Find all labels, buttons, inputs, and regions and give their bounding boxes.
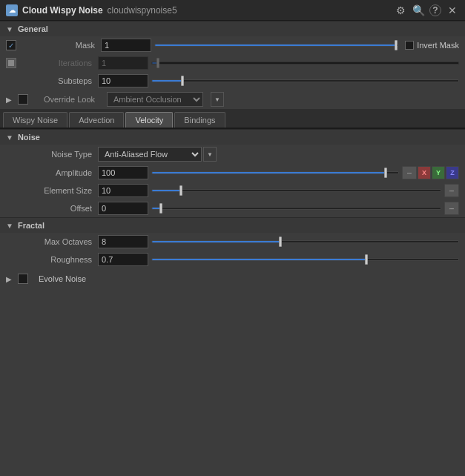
substeps-slider-fill <box>152 80 182 82</box>
mask-slider-thumb[interactable] <box>395 40 398 50</box>
iterations-slider-track <box>151 62 459 65</box>
evolve-noise-checkbox[interactable] <box>18 274 28 284</box>
app-title: Cloud Wispy Noise <box>22 5 103 16</box>
evolve-noise-label: Evolve Noise <box>39 274 86 283</box>
tab-bindings[interactable]: Bindings <box>174 112 225 128</box>
max-octaves-slider-fill <box>152 241 280 242</box>
general-arrow: ▼ <box>6 25 13 33</box>
iterations-row: Iterations <box>0 54 465 72</box>
mask-input[interactable] <box>101 39 151 52</box>
element-size-dots-btn[interactable]: ··· <box>444 184 459 197</box>
offset-slider-track <box>151 207 441 210</box>
mask-row: Mask Invert Mask <box>0 36 465 54</box>
override-look-checkbox[interactable] <box>18 94 28 105</box>
element-size-label: Element Size <box>19 186 98 195</box>
roughness-slider-thumb[interactable] <box>365 254 368 265</box>
roughness-slider-fill <box>152 259 366 260</box>
override-look-dropdown[interactable]: Ambient Occlusion None <box>107 92 203 107</box>
main-panel: ▼ General Mask Invert Mask Iterations <box>0 21 465 301</box>
element-size-slider-fill <box>152 190 181 191</box>
settings-icon[interactable]: ⚙ <box>394 4 407 17</box>
title-bar-left: ☁ Cloud Wispy Noise cloudwispynoise5 <box>6 4 177 16</box>
roughness-slider-track <box>151 258 459 261</box>
noise-type-row: Noise Type Anti-Aliased Flow Perlin Simp… <box>0 145 465 164</box>
override-look-label: Override Look <box>34 95 101 104</box>
amplitude-input[interactable] <box>98 166 148 179</box>
override-look-row: ▶ Override Look Ambient Occlusion None ▼ <box>0 90 465 109</box>
amplitude-row: Amplitude ··· X Y Z <box>0 164 465 182</box>
roughness-slider-wrap <box>151 253 459 266</box>
noise-section-header[interactable]: ▼ Noise <box>0 129 465 145</box>
evolve-arrow[interactable]: ▶ <box>6 275 12 283</box>
element-size-slider-thumb[interactable] <box>179 185 182 196</box>
search-icon[interactable]: 🔍 <box>412 4 425 17</box>
override-arrow[interactable]: ▶ <box>6 96 12 104</box>
mask-label: Mask <box>19 41 101 50</box>
amplitude-slider-wrap <box>151 166 399 179</box>
substeps-slider-thumb[interactable] <box>181 76 184 86</box>
amplitude-slider-thumb[interactable] <box>384 168 387 178</box>
noise-arrow: ▼ <box>6 133 13 142</box>
close-icon[interactable]: ✕ <box>446 4 459 17</box>
amplitude-dots-btn[interactable]: ··· <box>402 166 417 179</box>
title-bar-icons: ⚙ 🔍 ? ✕ <box>394 4 459 17</box>
tab-velocity[interactable]: Velocity <box>125 112 173 128</box>
element-size-slider-wrap <box>151 184 441 197</box>
substeps-label: Substeps <box>19 76 98 85</box>
roughness-input[interactable] <box>98 253 148 266</box>
max-octaves-input[interactable] <box>98 235 148 248</box>
tab-bar: Wispy Noise Advection Velocity Bindings <box>0 109 465 129</box>
tab-content: ▼ Noise Noise Type Anti-Aliased Flow Per… <box>0 129 465 301</box>
help-icon[interactable]: ? <box>429 4 441 16</box>
noise-title: Noise <box>18 133 40 142</box>
amplitude-slider-track <box>151 171 399 174</box>
tab-advection[interactable]: Advection <box>69 112 124 128</box>
amplitude-label: Amplitude <box>19 168 98 177</box>
amplitude-z-btn[interactable]: Z <box>446 166 459 179</box>
substeps-slider-wrap <box>151 74 459 87</box>
invert-mask-label: Invert Mask <box>417 41 459 50</box>
fractal-title: Fractal <box>18 221 44 230</box>
general-section-header[interactable]: ▼ General <box>0 21 465 36</box>
invert-mask-group: Invert Mask <box>405 41 459 50</box>
amplitude-slider-fill <box>152 172 386 173</box>
max-octaves-slider-thumb[interactable] <box>279 237 282 247</box>
substeps-slider-track <box>151 79 459 82</box>
mask-slider-track <box>154 44 399 47</box>
mask-slider-fill <box>155 44 396 46</box>
substeps-row: Substeps <box>0 72 465 90</box>
tab-wispy-noise[interactable]: Wispy Noise <box>3 112 67 128</box>
max-octaves-slider-wrap <box>151 235 459 248</box>
max-octaves-slider-track <box>151 240 459 243</box>
roughness-row: Roughness <box>0 251 465 268</box>
iterations-checkbox[interactable] <box>6 58 16 68</box>
amplitude-y-btn[interactable]: Y <box>432 166 445 179</box>
override-dropdown-arrow[interactable]: ▼ <box>211 92 224 107</box>
offset-row: Offset ··· <box>0 199 465 217</box>
mask-checkbox[interactable] <box>6 40 16 50</box>
offset-slider-thumb[interactable] <box>159 203 162 214</box>
offset-input[interactable] <box>98 202 148 215</box>
element-size-input[interactable] <box>98 184 148 197</box>
mask-slider-wrap <box>154 39 399 52</box>
offset-label: Offset <box>19 204 98 213</box>
offset-dots-btn[interactable]: ··· <box>444 202 459 215</box>
max-octaves-label: Max Octaves <box>19 237 98 246</box>
max-octaves-row: Max Octaves <box>0 233 465 251</box>
iterations-slider-thumb[interactable] <box>156 58 159 68</box>
noise-type-dropdown[interactable]: Anti-Aliased Flow Perlin Simplex Worley <box>98 147 202 162</box>
iterations-input[interactable] <box>98 56 148 70</box>
evolve-noise-row: ▶ Evolve Noise <box>0 271 465 286</box>
title-bar: ☁ Cloud Wispy Noise cloudwispynoise5 ⚙ 🔍… <box>0 0 465 21</box>
invert-mask-checkbox[interactable] <box>405 41 414 50</box>
general-title: General <box>18 24 48 33</box>
element-size-slider-track <box>151 189 441 192</box>
noise-type-arrow[interactable]: ▼ <box>203 147 217 162</box>
roughness-label: Roughness <box>19 255 98 264</box>
noise-type-label: Noise Type <box>19 150 98 159</box>
element-size-xyz: ··· <box>444 184 459 197</box>
amplitude-x-btn[interactable]: X <box>418 166 431 179</box>
fractal-section-header[interactable]: ▼ Fractal <box>0 217 465 233</box>
substeps-input[interactable] <box>98 74 148 87</box>
offset-xyz: ··· <box>444 202 459 215</box>
